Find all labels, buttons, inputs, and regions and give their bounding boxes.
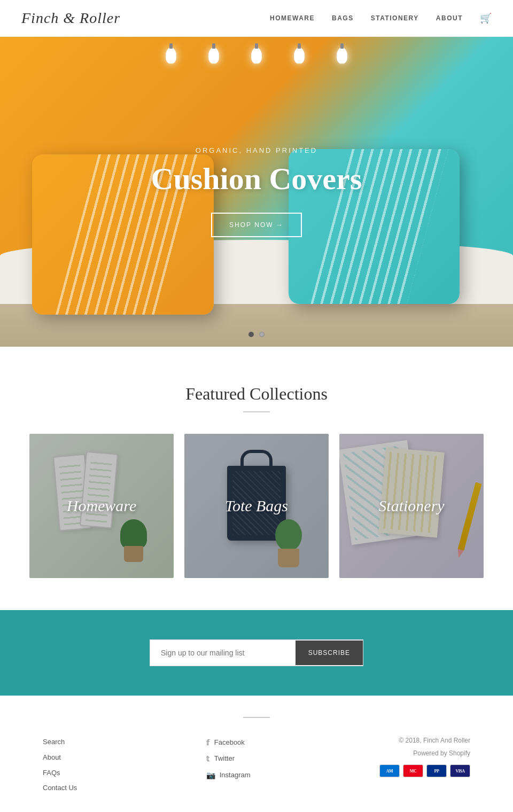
mastercard-badge: MC [403, 764, 423, 777]
footer-link-contact[interactable]: Contact Us [43, 783, 77, 794]
slide-dots [248, 332, 265, 337]
footer-instagram-link[interactable]: 📷 Instagram [206, 769, 251, 781]
hero-section: ORGANIC, HAND PRINTED Cushion Covers SHO… [0, 37, 513, 347]
slide-dot-1[interactable] [248, 332, 254, 337]
facebook-icon: 𝕗 [206, 737, 210, 748]
twitter-icon: 𝕥 [206, 753, 210, 764]
footer-social-col: 𝕗 Facebook 𝕥 Twitter 📷 Instagram [206, 737, 251, 781]
footer-link-faqs[interactable]: FAQs [43, 768, 77, 779]
footer-powered: Powered by Shopify [379, 749, 470, 757]
homeware-label: Homeware [67, 497, 137, 515]
footer-right-col: © 2018, Finch And Roller Powered by Shop… [379, 737, 470, 777]
nav-links: HOMEWARE BAGS STATIONERY ABOUT 🛒 [270, 12, 492, 24]
collection-grid: Homeware Tote Bags [21, 434, 492, 578]
nav-about[interactable]: ABOUT [436, 14, 463, 22]
lights-decor [0, 37, 513, 80]
collection-card-homeware[interactable]: Homeware [29, 434, 174, 578]
totebag-label: Tote Bags [225, 497, 288, 515]
collection-card-tote-bags[interactable]: Tote Bags [184, 434, 329, 578]
featured-collections-section: Featured Collections Homeware [0, 347, 513, 610]
nav-bags[interactable]: BAGS [332, 14, 354, 22]
instagram-label: Instagram [220, 770, 251, 781]
footer-copyright: © 2018, Finch And Roller [379, 737, 470, 744]
footer-link-about[interactable]: About [43, 752, 77, 763]
footer: Search About FAQs Contact Us 𝕗 Facebook … [0, 696, 513, 810]
payment-icons: AM MC PP VISA [379, 764, 470, 777]
light-bulb [294, 48, 305, 64]
stationery-label: Stationery [378, 497, 444, 515]
featured-divider [243, 411, 270, 412]
stationery-overlay: Stationery [339, 434, 484, 578]
visa-badge: VISA [450, 764, 470, 777]
light-bulb [166, 48, 176, 64]
cart-icon[interactable]: 🛒 [480, 12, 492, 24]
footer-columns: Search About FAQs Contact Us 𝕗 Facebook … [43, 737, 470, 794]
site-logo[interactable]: Finch & Roller [21, 10, 120, 27]
footer-link-search[interactable]: Search [43, 737, 77, 748]
subscribe-button[interactable]: SUBSCRIBE [296, 641, 363, 665]
light-bulb [251, 48, 262, 64]
footer-links-col: Search About FAQs Contact Us [43, 737, 77, 794]
instagram-icon: 📷 [206, 769, 215, 781]
navigation: Finch & Roller HOMEWARE BAGS STATIONERY … [0, 0, 513, 37]
footer-divider [243, 717, 270, 718]
footer-twitter-link[interactable]: 𝕥 Twitter [206, 753, 251, 764]
nav-stationery[interactable]: STATIONERY [371, 14, 419, 22]
mailing-input[interactable] [150, 640, 296, 666]
amex-badge: AM [379, 764, 400, 777]
paypal-badge: PP [426, 764, 447, 777]
hero-content: ORGANIC, HAND PRINTED Cushion Covers SHO… [151, 146, 362, 237]
mailing-section: SUBSCRIBE [0, 610, 513, 696]
light-bulb [337, 48, 347, 64]
collection-card-stationery[interactable]: Stationery [339, 434, 484, 578]
twitter-label: Twitter [214, 753, 235, 764]
hero-title: Cushion Covers [151, 161, 362, 197]
featured-title: Featured Collections [21, 384, 492, 404]
shop-now-button[interactable]: SHOP NOW → [211, 213, 302, 237]
mailing-form: SUBSCRIBE [150, 639, 363, 666]
nav-homeware[interactable]: HOMEWARE [270, 14, 315, 22]
totebag-overlay: Tote Bags [184, 434, 329, 578]
homeware-overlay: Homeware [29, 434, 174, 578]
slide-dot-2[interactable] [259, 332, 265, 337]
footer-facebook-link[interactable]: 𝕗 Facebook [206, 737, 251, 748]
light-bulb [208, 48, 219, 64]
hero-subtitle: ORGANIC, HAND PRINTED [151, 146, 362, 154]
facebook-label: Facebook [214, 737, 245, 748]
